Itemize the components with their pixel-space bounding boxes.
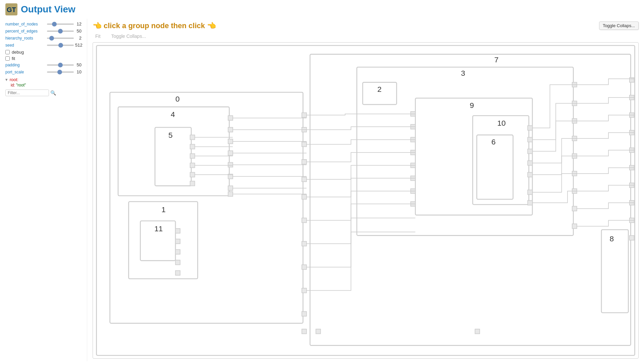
number-of-nodes-slider[interactable]: [47, 23, 74, 25]
svg-rect-32: [190, 172, 195, 177]
svg-rect-41: [228, 192, 233, 196]
svg-rect-92: [302, 329, 307, 334]
svg-text:GT: GT: [7, 6, 16, 13]
svg-rect-55: [302, 265, 307, 269]
svg-text:4: 4: [171, 110, 175, 119]
svg-text:5: 5: [168, 131, 173, 139]
svg-rect-67: [528, 137, 532, 142]
svg-rect-53: [302, 218, 307, 223]
svg-rect-31: [190, 163, 195, 168]
svg-rect-30: [190, 154, 195, 158]
svg-text:10: 10: [497, 119, 506, 127]
svg-rect-54: [302, 241, 307, 246]
svg-rect-40: [228, 186, 233, 190]
svg-rect-57: [302, 311, 307, 316]
svg-rect-26: [601, 230, 628, 313]
debug-checkbox[interactable]: [5, 50, 10, 54]
filter-row: 🔍: [5, 89, 82, 96]
svg-rect-33: [190, 181, 195, 186]
svg-rect-49: [302, 142, 307, 147]
param-label-percent-of-edges: percent_of_edges: [5, 29, 46, 34]
main-layout: number_of_nodes 12 percent_of_edges 50 h…: [0, 19, 644, 361]
param-label-port-scale: port_scale: [5, 70, 46, 74]
svg-rect-11: [473, 116, 529, 204]
tree-section: ▾ root: id: "root": [5, 77, 82, 87]
svg-rect-56: [302, 288, 307, 293]
debug-checkbox-row: debug: [5, 50, 82, 55]
svg-rect-52: [302, 195, 307, 199]
slider-container-padding: [47, 64, 74, 66]
svg-rect-69: [528, 161, 532, 165]
svg-rect-44: [175, 250, 180, 254]
padding-slider[interactable]: [47, 64, 74, 66]
fit-button[interactable]: Fit: [93, 33, 103, 40]
svg-rect-82: [630, 78, 634, 82]
toggle-collapse-top-button[interactable]: Toggle Collaps...: [599, 21, 639, 30]
page-title: Output View: [21, 4, 75, 15]
top-bar: 👈 click a group node then click 👈 Toggle…: [93, 21, 639, 30]
port-scale-slider[interactable]: [47, 71, 74, 73]
seed-slider[interactable]: [47, 45, 74, 46]
tree-arrow-icon: ▾: [5, 77, 8, 82]
sub-bar: Fit Toggle Collaps...: [93, 33, 639, 40]
param-row-hierarchy-roots: hierarchy_roots 2: [5, 36, 82, 41]
search-icon[interactable]: 🔍: [50, 90, 56, 96]
debug-label: debug: [12, 50, 24, 55]
svg-text:9: 9: [470, 101, 474, 110]
svg-rect-71: [528, 190, 532, 195]
svg-rect-72: [528, 200, 532, 205]
tree-id-value: "root": [16, 83, 26, 87]
param-value-number-of-nodes: 12: [75, 21, 82, 26]
svg-rect-80: [572, 206, 577, 211]
param-value-hierarchy-roots: 2: [75, 36, 82, 41]
param-row-port-scale: port_scale 10: [5, 69, 82, 74]
percent-of-edges-slider[interactable]: [47, 31, 74, 32]
slider-container-seed: [47, 45, 74, 46]
fit-checkbox[interactable]: [5, 56, 10, 61]
graph-canvas[interactable]: 7 3 2 9 10 6 0: [93, 42, 639, 359]
param-label-number-of-nodes: number_of_nodes: [5, 22, 46, 26]
tree-root-label: root:: [10, 77, 18, 82]
svg-text:11: 11: [154, 224, 163, 233]
instruction-label: click a group node then click: [104, 21, 205, 30]
gt-logo-icon: GT: [5, 3, 17, 15]
svg-rect-42: [175, 229, 180, 233]
svg-rect-36: [228, 139, 233, 144]
svg-text:6: 6: [491, 137, 496, 146]
svg-rect-19: [155, 127, 191, 186]
svg-rect-47: [302, 113, 307, 117]
svg-rect-45: [175, 260, 180, 265]
tree-root: ▾ root:: [5, 77, 82, 82]
svg-rect-50: [302, 160, 307, 164]
slider-container-number-of-nodes: [47, 23, 74, 25]
svg-rect-81: [572, 224, 577, 229]
slider-container-hierarchy-roots: [47, 38, 74, 39]
instruction-text: 👈 click a group node then click 👈: [93, 21, 216, 30]
svg-rect-66: [528, 126, 532, 130]
tree-id-row: id: "root": [11, 83, 82, 87]
svg-rect-94: [475, 329, 480, 334]
svg-rect-38: [228, 163, 233, 167]
tree-id-key: id:: [11, 83, 15, 87]
svg-rect-93: [316, 329, 321, 334]
svg-rect-35: [228, 127, 233, 132]
hierarchy-roots-slider[interactable]: [47, 38, 74, 39]
param-value-percent-of-edges: 50: [75, 28, 82, 34]
filter-input[interactable]: [5, 89, 49, 96]
fit-checkbox-row: fit: [5, 56, 82, 61]
param-row-percent-of-edges: percent_of_edges 50: [5, 28, 82, 34]
svg-rect-91: [630, 236, 634, 240]
content-area: 👈 click a group node then click 👈 Toggle…: [87, 19, 644, 361]
svg-rect-46: [175, 270, 180, 275]
svg-rect-70: [528, 172, 532, 177]
svg-rect-28: [190, 135, 195, 140]
sidebar: number_of_nodes 12 percent_of_edges 50 h…: [0, 19, 87, 361]
slider-container-port-scale: [47, 71, 74, 73]
graph-svg: 7 3 2 9 10 6 0: [93, 43, 638, 358]
toggle-collapse-button[interactable]: Toggle Collaps...: [109, 33, 149, 40]
hand-left-icon: 👈: [93, 21, 102, 30]
svg-text:8: 8: [609, 234, 614, 243]
param-label-seed: seed: [5, 43, 46, 48]
param-label-hierarchy-roots: hierarchy_roots: [5, 36, 46, 41]
svg-rect-43: [175, 239, 180, 244]
